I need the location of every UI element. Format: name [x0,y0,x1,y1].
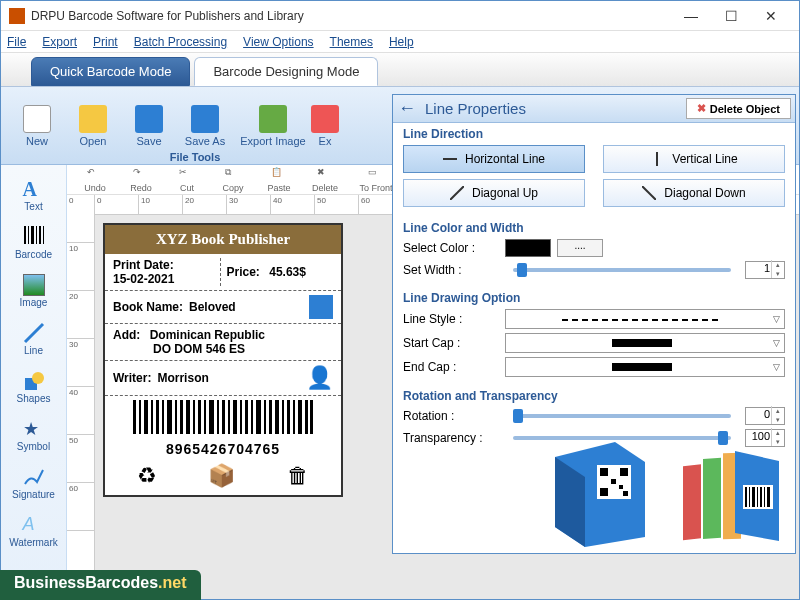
ribbon-export-partial[interactable]: Ex [313,91,337,160]
redo-icon: ↷ [133,167,149,183]
svg-rect-18 [186,400,190,434]
svg-rect-51 [611,479,616,484]
svg-rect-38 [305,400,308,434]
svg-rect-19 [193,400,195,434]
shapes-icon [23,370,45,392]
vert-line-icon [650,152,664,166]
panel-title: Line Properties [421,100,686,117]
menu-help[interactable]: Help [389,35,414,49]
menu-file[interactable]: File [7,35,26,49]
menu-batch[interactable]: Batch Processing [134,35,227,49]
ribbon-saveas[interactable]: Save As [177,91,233,160]
svg-rect-61 [757,487,758,507]
mode-tabbar: Quick Barcode Mode Barcode Designing Mod… [1,53,799,87]
svg-rect-59 [749,487,750,507]
svg-rect-45 [612,339,672,347]
color-picker-button[interactable]: .... [557,239,603,257]
svg-line-43 [642,186,656,200]
ribbon-new[interactable]: New [9,91,65,160]
barcode-label[interactable]: XYZ Book Publisher Print Date:15-02-2021… [103,223,343,497]
svg-rect-53 [623,491,628,496]
delete-object-button[interactable]: ✖Delete Object [686,98,791,119]
watermark-icon: A [23,514,45,536]
svg-rect-36 [293,400,295,434]
diag-up-icon [450,186,464,200]
section-drawing-option: Line Drawing Option [403,291,785,305]
tool-shapes[interactable]: Shapes [1,363,66,411]
color-swatch[interactable] [505,239,551,257]
dir-horizontal-button[interactable]: Horizontal Line [403,145,585,173]
barcode-icon [23,226,45,248]
undo-button[interactable]: ↶Undo [73,167,117,193]
tool-line[interactable]: Line [1,315,66,363]
svg-rect-5 [43,226,44,244]
svg-rect-63 [764,487,765,507]
maximize-button[interactable]: ☐ [711,2,751,30]
svg-rect-0 [24,226,26,244]
svg-rect-10 [139,400,141,434]
signature-icon [23,466,45,488]
tool-image[interactable]: Image [1,267,66,315]
paste-button[interactable]: 📋Paste [257,167,301,193]
line-properties-panel: ← Line Properties ✖Delete Object Line Di… [392,94,796,554]
menu-view[interactable]: View Options [243,35,313,49]
ribbon-save[interactable]: Save [121,91,177,160]
barcode-number: 8965426704765 [105,441,341,457]
svg-rect-15 [167,400,172,434]
svg-rect-64 [767,487,770,507]
ribbon-export-image[interactable]: Export Image [233,91,313,160]
linestyle-combo[interactable]: ▽ [505,309,785,329]
delete-x-icon: ✖ [697,102,706,115]
tool-barcode[interactable]: Barcode [1,219,66,267]
svg-rect-60 [752,487,755,507]
writer-value: Morrison [157,371,208,385]
svg-rect-4 [39,226,41,244]
tool-symbol[interactable]: ★Symbol [1,411,66,459]
svg-point-8 [32,372,44,384]
dir-diagonal-up-button[interactable]: Diagonal Up [403,179,585,207]
dir-vertical-button[interactable]: Vertical Line [603,145,785,173]
delete-button[interactable]: ✖Delete [303,167,347,193]
symbol-icon: ★ [23,418,45,440]
width-value[interactable]: 1 [745,261,785,279]
endcap-combo[interactable]: ▽ [505,357,785,377]
price-value: 45.63$ [269,265,306,279]
close-button[interactable]: ✕ [751,2,791,30]
left-toolbar: AText Barcode Image Line Shapes ★Symbol … [1,165,67,599]
dir-diagonal-down-button[interactable]: Diagonal Down [603,179,785,207]
svg-rect-13 [156,400,159,434]
tool-text[interactable]: AText [1,171,66,219]
svg-rect-27 [240,400,242,434]
price-key: Price: [227,265,260,279]
svg-rect-17 [180,400,183,434]
svg-rect-16 [175,400,177,434]
cut-button[interactable]: ✂Cut [165,167,209,193]
svg-rect-37 [298,400,302,434]
redo-button[interactable]: ↷Redo [119,167,163,193]
endcap-label: End Cap : [403,360,499,374]
copy-icon: ⧉ [225,167,241,183]
horiz-line-icon [443,152,457,166]
printdate-value: 15-02-2021 [113,272,174,286]
rotation-slider[interactable] [513,414,731,418]
tool-signature[interactable]: Signature [1,459,66,507]
brand-footer: BusinessBarcodes.net [0,570,201,600]
menu-export[interactable]: Export [42,35,77,49]
decorative-books [545,437,785,547]
book-qr-illustration [545,437,655,547]
rotation-value[interactable]: 0 [745,407,785,425]
panel-back-button[interactable]: ← [393,98,421,119]
menu-print[interactable]: Print [93,35,118,49]
tab-barcode-designing[interactable]: Barcode Designing Mode [194,57,378,86]
set-width-label: Set Width : [403,263,499,277]
startcap-combo[interactable]: ▽ [505,333,785,353]
tab-quick-barcode[interactable]: Quick Barcode Mode [31,57,190,86]
svg-rect-30 [256,400,261,434]
tool-watermark[interactable]: AWatermark [1,507,66,555]
endcap-value [510,360,773,374]
menu-themes[interactable]: Themes [330,35,373,49]
copy-button[interactable]: ⧉Copy [211,167,255,193]
width-slider[interactable] [513,268,731,272]
minimize-button[interactable]: — [671,2,711,30]
ribbon-open[interactable]: Open [65,91,121,160]
